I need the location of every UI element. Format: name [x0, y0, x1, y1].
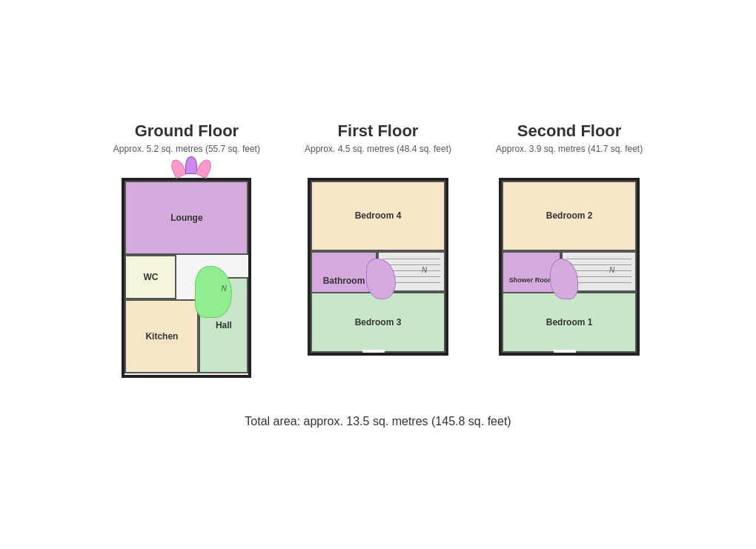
ground-floor-section: Ground Floor Approx. 5.2 sq. metres (55.…: [113, 122, 260, 378]
ground-floor-subtitle: Approx. 5.2 sq. metres (55.7 sq. feet): [113, 144, 260, 154]
ground-floor-plan: Lounge WC Kitchen Hall: [122, 178, 251, 378]
main-container: Ground Floor Approx. 5.2 sq. metres (55.…: [0, 0, 756, 549]
room-wc: WC: [125, 255, 176, 299]
first-floor-title: First Floor: [338, 122, 419, 141]
floors-row: Ground Floor Approx. 5.2 sq. metres (55.…: [113, 122, 643, 378]
second-floor-subtitle: Approx. 3.9 sq. metres (41.7 sq. feet): [496, 144, 643, 154]
room-bedroom3: Bedroom 3: [311, 292, 445, 353]
ground-floor-title: Ground Floor: [135, 122, 239, 141]
first-floor-subtitle: Approx. 4.5 sq. metres (48.4 sq. feet): [305, 144, 451, 154]
room-bedroom4: Bedroom 4: [311, 181, 445, 251]
second-floor-section: Second Floor Approx. 3.9 sq. metres (41.…: [496, 122, 643, 356]
total-area-label: Total area: approx. 13.5 sq. metres (145…: [245, 415, 511, 428]
first-floor-section: First Floor Approx. 4.5 sq. metres (48.4…: [305, 122, 451, 356]
second-floor-plan: Bedroom 2 Shower Room: [499, 178, 640, 356]
first-floor-plan: Bedroom 4 Bathroom: [308, 178, 448, 356]
second-floor-title: Second Floor: [517, 122, 622, 141]
room-bedroom1: Bedroom 1: [502, 292, 637, 353]
room-bedroom2: Bedroom 2: [502, 181, 637, 251]
room-lounge: Lounge: [125, 181, 248, 255]
room-kitchen: Kitchen: [125, 299, 199, 373]
